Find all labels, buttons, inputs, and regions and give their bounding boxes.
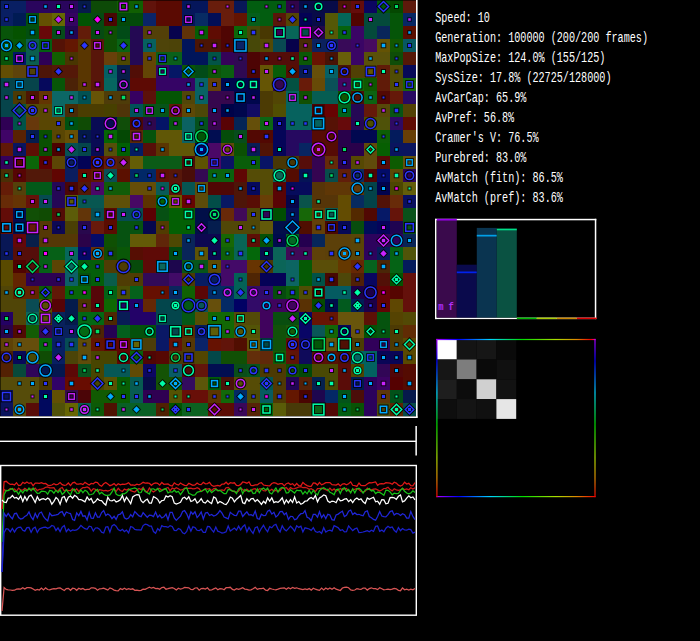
svg-text:m f: m f: [438, 300, 454, 313]
svg-text:AvMatch (pref): 83.6%: AvMatch (pref): 83.6%: [435, 190, 563, 206]
svg-text:AvCarCap: 65.9%: AvCarCap: 65.9%: [435, 90, 527, 106]
svg-text:Purebred: 83.0%: Purebred: 83.0%: [435, 150, 527, 166]
svg-text:Speed: 10: Speed: 10: [435, 10, 490, 26]
svg-text:Cramer's V: 76.5%: Cramer's V: 76.5%: [435, 130, 539, 146]
svg-text:AvMatch (fitn): 86.5%: AvMatch (fitn): 86.5%: [435, 170, 563, 186]
svg-text:AvPref: 56.8%: AvPref: 56.8%: [435, 110, 514, 126]
svg-text:Generation: 100000 (200/200 fr: Generation: 100000 (200/200 frames): [435, 30, 648, 46]
svg-text:SysSize: 17.8% (22725/128000): SysSize: 17.8% (22725/128000): [435, 70, 611, 86]
svg-text:MaxPopSize: 124.0% (155/125): MaxPopSize: 124.0% (155/125): [435, 50, 605, 66]
